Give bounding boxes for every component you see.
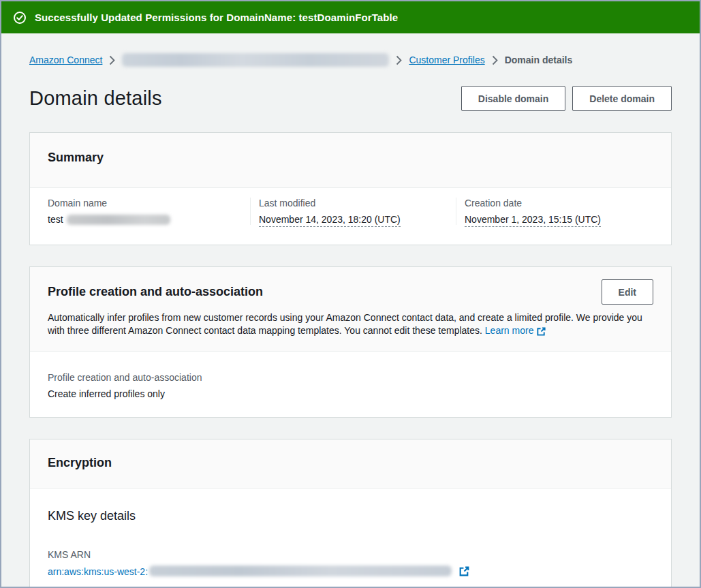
profile-creation-card-body: Profile creation and auto-association Cr… bbox=[30, 352, 671, 417]
summary-field-creation-date: Creation date November 1, 2023, 15:15 (U… bbox=[456, 198, 671, 225]
encryption-card-header: Encryption bbox=[30, 439, 671, 489]
field-label: Creation date bbox=[465, 198, 663, 208]
summary-title: Summary bbox=[48, 151, 653, 165]
summary-field-domain-name: Domain name test bbox=[30, 198, 250, 225]
field-label: Last modified bbox=[259, 198, 448, 208]
redacted-domain-name bbox=[67, 215, 170, 225]
profile-creation-description: Automatically infer profiles from new cu… bbox=[48, 311, 653, 337]
kms-key-details-title: KMS key details bbox=[48, 509, 653, 523]
field-value: November 1, 2023, 15:15 (UTC) bbox=[465, 214, 663, 225]
breadcrumb-redacted-instance-link[interactable] bbox=[122, 53, 389, 67]
page-title: Domain details bbox=[29, 87, 162, 110]
breadcrumb-current-page: Domain details bbox=[505, 55, 573, 65]
page-frame: Successfully Updated Permissions for Dom… bbox=[0, 0, 701, 588]
page-actions: Disable domain Delete domain bbox=[461, 86, 672, 111]
field-value: test bbox=[48, 214, 242, 225]
kms-arn-value-row: arn:aws:kms:us-west-2: bbox=[48, 566, 653, 577]
learn-more-link[interactable]: Learn more bbox=[485, 325, 534, 336]
profile-creation-card-header: Profile creation and auto-association Ed… bbox=[30, 267, 671, 352]
summary-field-last-modified: Last modified November 14, 2023, 18:20 (… bbox=[250, 198, 456, 225]
chevron-right-icon bbox=[396, 55, 402, 65]
kms-arn-link[interactable]: arn:aws:kms:us-west-2: bbox=[48, 566, 148, 577]
field-label: Profile creation and auto-association bbox=[48, 372, 653, 383]
banner-message: Successfully Updated Permissions for Dom… bbox=[35, 12, 398, 23]
disable-domain-button[interactable]: Disable domain bbox=[461, 86, 565, 111]
success-check-circle-icon bbox=[13, 11, 27, 25]
summary-card: Summary Domain name test Last modified N… bbox=[29, 132, 672, 245]
encryption-card: Encryption KMS key details KMS ARN arn:a… bbox=[29, 439, 672, 588]
profile-creation-card: Profile creation and auto-association Ed… bbox=[29, 266, 672, 418]
external-link-icon[interactable] bbox=[458, 566, 470, 577]
breadcrumb-customer-profiles-link[interactable]: Customer Profiles bbox=[409, 55, 484, 65]
redacted-kms-arn bbox=[149, 566, 452, 576]
chevron-right-icon bbox=[109, 55, 115, 65]
main-content: Amazon Connect Customer Profiles Domain … bbox=[1, 52, 700, 588]
breadcrumb: Amazon Connect Customer Profiles Domain … bbox=[29, 52, 672, 67]
field-label: Domain name bbox=[48, 198, 242, 208]
page-header: Domain details Disable domain Delete dom… bbox=[29, 86, 672, 111]
kms-arn-label: KMS ARN bbox=[48, 549, 653, 560]
profile-creation-title: Profile creation and auto-association bbox=[48, 285, 263, 299]
delete-domain-button[interactable]: Delete domain bbox=[572, 86, 672, 111]
encryption-card-body: KMS key details KMS ARN arn:aws:kms:us-w… bbox=[30, 489, 671, 588]
field-value: November 14, 2023, 18:20 (UTC) bbox=[259, 214, 448, 225]
creation-date-value[interactable]: November 1, 2023, 15:15 (UTC) bbox=[465, 214, 601, 227]
last-modified-value[interactable]: November 14, 2023, 18:20 (UTC) bbox=[259, 214, 401, 227]
chevron-right-icon bbox=[492, 55, 498, 65]
profile-creation-mode-value: Create inferred profiles only bbox=[48, 388, 653, 399]
external-link-icon bbox=[536, 326, 546, 337]
success-banner: Successfully Updated Permissions for Dom… bbox=[1, 1, 700, 33]
breadcrumb-amazon-connect-link[interactable]: Amazon Connect bbox=[29, 55, 102, 65]
edit-button[interactable]: Edit bbox=[602, 279, 653, 305]
summary-card-header: Summary bbox=[30, 133, 671, 188]
summary-card-body: Domain name test Last modified November … bbox=[30, 188, 671, 245]
encryption-title: Encryption bbox=[48, 456, 653, 470]
